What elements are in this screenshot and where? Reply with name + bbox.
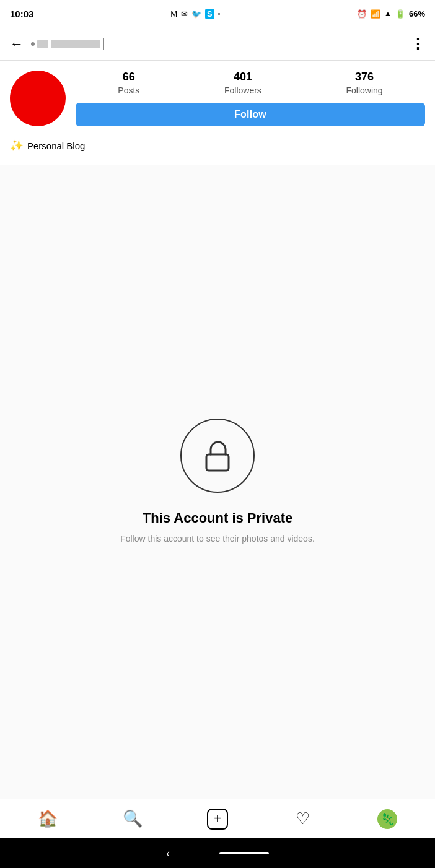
- following-count: 376: [355, 71, 374, 84]
- signal-icon: ▲: [384, 9, 392, 18]
- private-subtitle: Follow this account to see their photos …: [120, 532, 315, 545]
- back-button[interactable]: ←: [10, 36, 24, 52]
- followers-label: Followers: [224, 85, 261, 96]
- followers-stat[interactable]: 401 Followers: [224, 71, 261, 95]
- status-time: 10:03: [10, 9, 33, 19]
- add-icon: +: [207, 809, 228, 830]
- sparkle-icon: ✨: [10, 139, 24, 152]
- search-icon: 🔍: [123, 809, 143, 828]
- svg-rect-0: [206, 454, 229, 471]
- profile-avatar-nav: 🦎: [377, 809, 397, 829]
- stats-container: 66 Posts 401 Followers 376 Following Fol…: [76, 71, 425, 126]
- battery-icon: 🔋: [395, 9, 405, 19]
- username-block-main: [51, 40, 100, 48]
- bio-section: ✨ Personal Blog: [10, 136, 425, 157]
- bio-text: Personal Blog: [27, 141, 85, 151]
- twitter-icon: 🐦: [191, 9, 201, 19]
- posts-label: Posts: [118, 85, 139, 96]
- followers-count: 401: [234, 71, 252, 84]
- username-block-small: [37, 40, 48, 48]
- username-dot-icon: [31, 42, 35, 46]
- android-home-pill[interactable]: [219, 852, 269, 854]
- status-app-icons: M ✉ 🐦 S •: [170, 9, 220, 19]
- status-system-icons: ⏰ 📶 ▲ 🔋 66%: [357, 9, 425, 19]
- bottom-navigation: 🏠 🔍 + ♡ 🦎: [0, 799, 435, 838]
- username-area: [31, 38, 104, 50]
- dot-icon: •: [218, 11, 221, 17]
- alarm-icon: ⏰: [357, 9, 367, 19]
- avatar: [10, 71, 66, 126]
- avatar-container: [10, 71, 66, 126]
- nav-home[interactable]: 🏠: [5, 799, 90, 838]
- private-account-section: This Account is Private Follow this acco…: [0, 165, 435, 799]
- profile-header: 66 Posts 401 Followers 376 Following Fol…: [10, 71, 425, 126]
- mail-icon: ✉: [181, 9, 188, 19]
- android-nav-bar: ‹: [0, 838, 435, 868]
- battery-percent: 66%: [409, 9, 425, 19]
- nav-activity[interactable]: ♡: [260, 799, 345, 838]
- home-icon: 🏠: [38, 809, 58, 828]
- username-divider: [103, 38, 104, 50]
- stats-row: 66 Posts 401 Followers 376 Following: [76, 71, 425, 95]
- nav-left-section: ←: [10, 36, 104, 52]
- gmail-icon: M: [170, 9, 177, 19]
- nav-search[interactable]: 🔍: [90, 799, 175, 838]
- android-back-icon[interactable]: ‹: [166, 847, 170, 860]
- private-title: This Account is Private: [143, 510, 292, 526]
- wifi-icon: 📶: [371, 9, 380, 19]
- following-label: Following: [346, 85, 383, 96]
- status-bar: 10:03 M ✉ 🐦 S • ⏰ 📶 ▲ 🔋 66%: [0, 0, 435, 27]
- more-options-button[interactable]: ⋮: [411, 36, 425, 52]
- heart-icon: ♡: [296, 809, 310, 828]
- following-stat[interactable]: 376 Following: [346, 71, 383, 95]
- posts-stat[interactable]: 66 Posts: [118, 71, 139, 95]
- skype-icon: S: [205, 9, 214, 19]
- nav-profile[interactable]: 🦎: [345, 799, 430, 838]
- profile-section: 66 Posts 401 Followers 376 Following Fol…: [0, 61, 435, 165]
- follow-button[interactable]: Follow: [76, 103, 425, 126]
- top-navigation: ← ⋮: [0, 27, 435, 61]
- lock-icon: [200, 438, 235, 473]
- lock-circle: [180, 419, 255, 493]
- posts-count: 66: [123, 71, 135, 84]
- nav-add[interactable]: +: [175, 799, 260, 838]
